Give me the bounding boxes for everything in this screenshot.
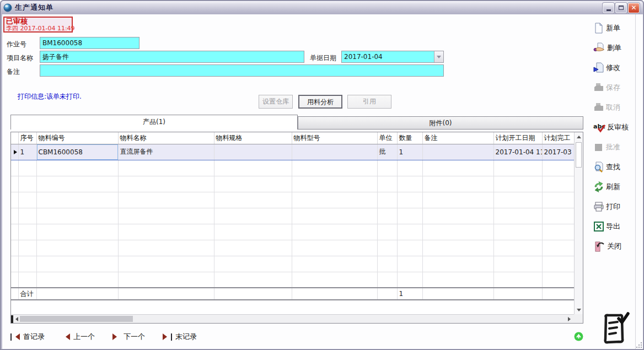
col-unit[interactable]: 单位	[377, 132, 397, 144]
cancel-button[interactable]: 取消	[593, 101, 638, 114]
selector-header	[11, 132, 18, 144]
cell-qty[interactable]: 1	[397, 144, 422, 160]
close-icon: ✕	[631, 4, 636, 11]
refresh-icon	[593, 181, 604, 192]
empty-row[interactable]	[11, 192, 574, 208]
row-selector[interactable]	[11, 144, 18, 160]
close-button[interactable]: ✕	[628, 3, 640, 13]
scroll-down-button[interactable]	[575, 306, 583, 315]
remark-input[interactable]	[40, 64, 444, 77]
col-remark[interactable]: 备注	[422, 132, 493, 144]
cell-plan-start[interactable]: 2017-01-04 11:	[493, 144, 542, 160]
doc-date-dropdown-button[interactable]	[434, 51, 443, 62]
cell-material-name[interactable]: 直流屏备件	[118, 144, 214, 160]
scroll-right-button[interactable]	[565, 315, 574, 324]
total-qty: 1	[397, 288, 422, 300]
cell-material-code[interactable]: CBM1600058	[36, 144, 118, 160]
empty-row[interactable]	[11, 240, 574, 256]
next-record-button[interactable]: 下一个	[112, 332, 145, 342]
last-record-button[interactable]: 末记录	[163, 332, 197, 342]
unapprove-button[interactable]: abc 反审核	[593, 121, 638, 133]
scroll-up-icon	[577, 133, 581, 138]
modify-icon	[593, 62, 604, 73]
doc-date-combobox[interactable]: 2017-01-04	[341, 51, 444, 63]
col-material-code[interactable]: 物料编号	[36, 132, 118, 144]
stamp-status: 已审核	[6, 18, 70, 25]
minimize-button[interactable]	[603, 3, 614, 13]
cell-material-spec[interactable]	[214, 144, 292, 160]
refresh-button[interactable]: 刷新	[593, 180, 638, 193]
col-material-spec[interactable]: 物料规格	[214, 132, 292, 144]
find-button[interactable]: 查找	[593, 160, 638, 173]
set-warehouse-button[interactable]: 设置仓库	[259, 95, 293, 109]
col-material-name[interactable]: 物料名称	[118, 132, 214, 144]
detail-grid: 序号 物料编号 物料名称 物料规格 物料型号 单位 数量 备注 计划开工日期 计…	[10, 132, 583, 324]
title-bar[interactable]: 生产通知单 ✕	[1, 1, 643, 14]
window-title: 生产通知单	[15, 3, 53, 13]
first-record-icon	[10, 333, 20, 341]
horizontal-scrollbar[interactable]	[11, 314, 574, 323]
first-record-button[interactable]: 首记录	[10, 332, 45, 342]
save-icon	[593, 82, 604, 93]
minimize-icon	[607, 9, 611, 11]
col-seq[interactable]: 序号	[18, 132, 36, 144]
empty-row[interactable]	[11, 256, 574, 272]
scroll-left-icon	[13, 317, 18, 321]
col-plan-finish[interactable]: 计划完工	[542, 132, 574, 144]
vertical-scroll-thumb[interactable]	[576, 142, 582, 168]
approve-button[interactable]: 批准	[593, 141, 638, 153]
last-record-icon	[163, 333, 172, 341]
grid-total-row: 合计 1	[11, 288, 574, 300]
cell-remark[interactable]	[422, 144, 493, 160]
col-material-model[interactable]: 物料型号	[292, 132, 377, 144]
job-no-input[interactable]	[40, 37, 139, 49]
cell-material-model[interactable]	[292, 144, 377, 160]
cell-plan-finish[interactable]: 2017-03	[542, 144, 574, 160]
previous-record-button[interactable]: 上一个	[62, 332, 95, 342]
maximize-button[interactable]	[615, 3, 627, 13]
col-qty[interactable]: 数量	[397, 132, 422, 144]
empty-row[interactable]	[11, 272, 574, 288]
material-analysis-button[interactable]: 用料分析	[298, 95, 342, 109]
previous-record-label: 上一个	[73, 332, 95, 342]
grid-body: 1 CBM1600058 直流屏备件 批 1 2017-01-04 11: 20…	[11, 144, 574, 300]
reference-button[interactable]: 引用	[347, 95, 391, 109]
approval-stamp: 已审核 李四 2017-01-04 11:49	[3, 17, 73, 33]
resize-grip[interactable]	[634, 340, 642, 348]
app-globe-icon	[3, 3, 12, 12]
project-name-input[interactable]	[40, 51, 304, 63]
tab-products[interactable]: 产品(1)	[10, 115, 298, 130]
empty-row[interactable]	[11, 224, 574, 240]
delete-doc-button[interactable]: 删单	[593, 41, 638, 54]
project-name-label: 项目名称	[7, 53, 33, 63]
col-plan-start[interactable]: 计划开工日期	[493, 132, 542, 144]
status-ball-icon[interactable]	[574, 332, 583, 343]
close-form-button[interactable]: 关闭	[593, 240, 638, 252]
new-doc-button[interactable]: 新单	[593, 21, 638, 34]
horizontal-scroll-thumb[interactable]	[20, 316, 133, 322]
save-button[interactable]: 保存	[593, 81, 638, 94]
vertical-scrollbar[interactable]	[574, 132, 583, 315]
total-label: 合计	[18, 288, 36, 300]
scrollbar-corner	[574, 314, 583, 323]
sidebar: 新单 删单 修改 保存	[593, 21, 638, 252]
table-row[interactable]: 1 CBM1600058 直流屏备件 批 1 2017-01-04 11: 20…	[11, 144, 574, 160]
cell-seq[interactable]: 1	[18, 144, 36, 160]
empty-row[interactable]	[11, 176, 574, 192]
doc-date-value: 2017-01-04	[342, 53, 434, 61]
client-area: 已审核 李四 2017-01-04 11:49 作业号 项目名称 单据日期 20…	[2, 14, 643, 349]
current-row-icon	[14, 150, 18, 154]
print-button[interactable]: 打印	[593, 200, 638, 213]
document-check-icon	[599, 312, 630, 348]
export-button[interactable]: 导出	[593, 220, 638, 233]
new-doc-icon	[593, 23, 604, 34]
empty-row[interactable]	[11, 208, 574, 224]
empty-row[interactable]	[11, 160, 574, 176]
grid-header-row[interactable]: 序号 物料编号 物料名称 物料规格 物料型号 单位 数量 备注 计划开工日期 计…	[11, 132, 574, 144]
next-record-label: 下一个	[124, 332, 145, 342]
delete-doc-icon	[593, 42, 605, 53]
scroll-up-button[interactable]	[575, 132, 583, 141]
tab-attachments[interactable]: 附件(0)	[298, 116, 583, 130]
modify-button[interactable]: 修改	[593, 61, 638, 74]
cell-unit[interactable]: 批	[377, 144, 397, 160]
